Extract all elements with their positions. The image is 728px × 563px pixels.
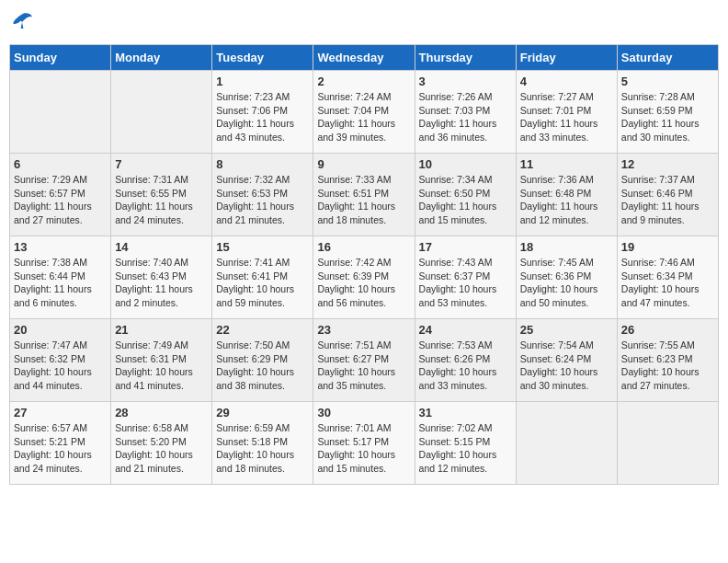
day-number: 8: [216, 157, 309, 171]
day-number: 4: [520, 75, 613, 88]
calendar-cell: 9Sunrise: 7:33 AM Sunset: 6:51 PM Daylig…: [313, 154, 415, 236]
day-content: Sunrise: 7:29 AM Sunset: 6:57 PM Dayligh…: [14, 173, 107, 227]
day-number: 30: [317, 406, 410, 419]
calendar-cell: 11Sunrise: 7:36 AM Sunset: 6:48 PM Dayli…: [516, 154, 617, 236]
calendar-cell: 25Sunrise: 7:54 AM Sunset: 6:24 PM Dayli…: [516, 319, 617, 402]
day-header-friday: Friday: [516, 45, 617, 71]
calendar-cell: 16Sunrise: 7:42 AM Sunset: 6:39 PM Dayli…: [313, 236, 415, 319]
day-header-sunday: Sunday: [10, 45, 111, 71]
day-number: 23: [317, 323, 410, 337]
calendar-cell: 8Sunrise: 7:32 AM Sunset: 6:53 PM Daylig…: [212, 154, 313, 236]
calendar-cell: [516, 402, 617, 485]
calendar-cell: 10Sunrise: 7:34 AM Sunset: 6:50 PM Dayli…: [415, 154, 516, 236]
calendar-cell: 18Sunrise: 7:45 AM Sunset: 6:36 PM Dayli…: [516, 236, 617, 319]
day-header-tuesday: Tuesday: [212, 45, 313, 71]
day-content: Sunrise: 7:26 AM Sunset: 7:03 PM Dayligh…: [419, 90, 512, 144]
day-content: Sunrise: 7:41 AM Sunset: 6:41 PM Dayligh…: [216, 256, 309, 310]
calendar-cell: 17Sunrise: 7:43 AM Sunset: 6:37 PM Dayli…: [415, 236, 516, 319]
day-content: Sunrise: 7:43 AM Sunset: 6:37 PM Dayligh…: [419, 256, 512, 310]
calendar-cell: 28Sunrise: 6:58 AM Sunset: 5:20 PM Dayli…: [111, 402, 212, 485]
day-content: Sunrise: 7:54 AM Sunset: 6:24 PM Dayligh…: [520, 339, 613, 393]
day-number: 15: [216, 240, 309, 254]
day-content: Sunrise: 7:28 AM Sunset: 6:59 PM Dayligh…: [621, 90, 714, 144]
day-content: Sunrise: 7:38 AM Sunset: 6:44 PM Dayligh…: [14, 256, 107, 310]
calendar-cell: 6Sunrise: 7:29 AM Sunset: 6:57 PM Daylig…: [10, 154, 111, 236]
day-number: 7: [115, 157, 208, 171]
day-number: 29: [216, 406, 309, 419]
day-number: 9: [317, 157, 410, 171]
calendar-cell: 2Sunrise: 7:24 AM Sunset: 7:04 PM Daylig…: [313, 71, 415, 154]
calendar-cell: 21Sunrise: 7:49 AM Sunset: 6:31 PM Dayli…: [111, 319, 212, 402]
day-content: Sunrise: 7:01 AM Sunset: 5:17 PM Dayligh…: [317, 421, 410, 476]
page-header: [9, 9, 719, 35]
calendar-cell: 29Sunrise: 6:59 AM Sunset: 5:18 PM Dayli…: [212, 402, 313, 485]
logo-bird-icon: [9, 9, 35, 35]
day-number: 25: [520, 323, 613, 337]
calendar-week-row: 20Sunrise: 7:47 AM Sunset: 6:32 PM Dayli…: [10, 319, 719, 402]
day-content: Sunrise: 7:47 AM Sunset: 6:32 PM Dayligh…: [14, 339, 107, 393]
day-number: 10: [419, 157, 512, 171]
calendar-cell: [617, 402, 718, 485]
day-content: Sunrise: 7:46 AM Sunset: 6:34 PM Dayligh…: [621, 256, 714, 310]
day-content: Sunrise: 7:45 AM Sunset: 6:36 PM Dayligh…: [520, 256, 613, 310]
day-content: Sunrise: 7:23 AM Sunset: 7:06 PM Dayligh…: [216, 90, 309, 144]
calendar-week-row: 27Sunrise: 6:57 AM Sunset: 5:21 PM Dayli…: [10, 402, 719, 485]
calendar-table: SundayMondayTuesdayWednesdayThursdayFrid…: [9, 44, 719, 485]
calendar-cell: 14Sunrise: 7:40 AM Sunset: 6:43 PM Dayli…: [111, 236, 212, 319]
day-number: 21: [115, 323, 208, 337]
calendar-cell: [10, 71, 111, 154]
day-content: Sunrise: 7:37 AM Sunset: 6:46 PM Dayligh…: [621, 173, 714, 227]
day-content: Sunrise: 7:27 AM Sunset: 7:01 PM Dayligh…: [520, 90, 613, 144]
day-number: 11: [520, 157, 613, 171]
calendar-week-row: 6Sunrise: 7:29 AM Sunset: 6:57 PM Daylig…: [10, 154, 719, 236]
day-number: 2: [317, 75, 410, 88]
day-number: 27: [14, 406, 107, 419]
calendar-cell: 27Sunrise: 6:57 AM Sunset: 5:21 PM Dayli…: [10, 402, 111, 485]
day-number: 12: [621, 157, 714, 171]
calendar-week-row: 13Sunrise: 7:38 AM Sunset: 6:44 PM Dayli…: [10, 236, 719, 319]
day-number: 26: [621, 323, 714, 337]
calendar-cell: 7Sunrise: 7:31 AM Sunset: 6:55 PM Daylig…: [111, 154, 212, 236]
day-number: 3: [419, 75, 512, 88]
calendar-cell: 13Sunrise: 7:38 AM Sunset: 6:44 PM Dayli…: [10, 236, 111, 319]
day-number: 22: [216, 323, 309, 337]
day-content: Sunrise: 7:34 AM Sunset: 6:50 PM Dayligh…: [419, 173, 512, 227]
calendar-cell: 3Sunrise: 7:26 AM Sunset: 7:03 PM Daylig…: [415, 71, 516, 154]
day-number: 6: [14, 157, 107, 171]
calendar-cell: 19Sunrise: 7:46 AM Sunset: 6:34 PM Dayli…: [617, 236, 718, 319]
calendar-cell: 24Sunrise: 7:53 AM Sunset: 6:26 PM Dayli…: [415, 319, 516, 402]
day-content: Sunrise: 7:32 AM Sunset: 6:53 PM Dayligh…: [216, 173, 309, 227]
calendar-cell: 5Sunrise: 7:28 AM Sunset: 6:59 PM Daylig…: [617, 71, 718, 154]
day-number: 19: [621, 240, 714, 254]
day-content: Sunrise: 7:31 AM Sunset: 6:55 PM Dayligh…: [115, 173, 208, 227]
day-content: Sunrise: 6:59 AM Sunset: 5:18 PM Dayligh…: [216, 421, 309, 476]
day-number: 20: [14, 323, 107, 337]
calendar-cell: 4Sunrise: 7:27 AM Sunset: 7:01 PM Daylig…: [516, 71, 617, 154]
day-content: Sunrise: 7:02 AM Sunset: 5:15 PM Dayligh…: [419, 421, 512, 476]
day-content: Sunrise: 7:40 AM Sunset: 6:43 PM Dayligh…: [115, 256, 208, 310]
day-content: Sunrise: 7:49 AM Sunset: 6:31 PM Dayligh…: [115, 339, 208, 393]
day-number: 14: [115, 240, 208, 254]
day-number: 18: [520, 240, 613, 254]
calendar-cell: 12Sunrise: 7:37 AM Sunset: 6:46 PM Dayli…: [617, 154, 718, 236]
day-header-wednesday: Wednesday: [313, 45, 415, 71]
day-content: Sunrise: 7:33 AM Sunset: 6:51 PM Dayligh…: [317, 173, 410, 227]
day-content: Sunrise: 7:24 AM Sunset: 7:04 PM Dayligh…: [317, 90, 410, 144]
logo: [9, 9, 39, 35]
day-number: 16: [317, 240, 410, 254]
day-content: Sunrise: 7:50 AM Sunset: 6:29 PM Dayligh…: [216, 339, 309, 393]
day-content: Sunrise: 7:36 AM Sunset: 6:48 PM Dayligh…: [520, 173, 613, 227]
day-number: 1: [216, 75, 309, 88]
calendar-cell: 31Sunrise: 7:02 AM Sunset: 5:15 PM Dayli…: [415, 402, 516, 485]
calendar-week-row: 1Sunrise: 7:23 AM Sunset: 7:06 PM Daylig…: [10, 71, 719, 154]
day-number: 28: [115, 406, 208, 419]
calendar-cell: [111, 71, 212, 154]
calendar-cell: 23Sunrise: 7:51 AM Sunset: 6:27 PM Dayli…: [313, 319, 415, 402]
day-number: 5: [621, 75, 714, 88]
day-header-saturday: Saturday: [617, 45, 718, 71]
day-content: Sunrise: 6:58 AM Sunset: 5:20 PM Dayligh…: [115, 421, 208, 476]
day-header-thursday: Thursday: [415, 45, 516, 71]
day-number: 24: [419, 323, 512, 337]
day-number: 17: [419, 240, 512, 254]
calendar-header-row: SundayMondayTuesdayWednesdayThursdayFrid…: [10, 45, 719, 71]
